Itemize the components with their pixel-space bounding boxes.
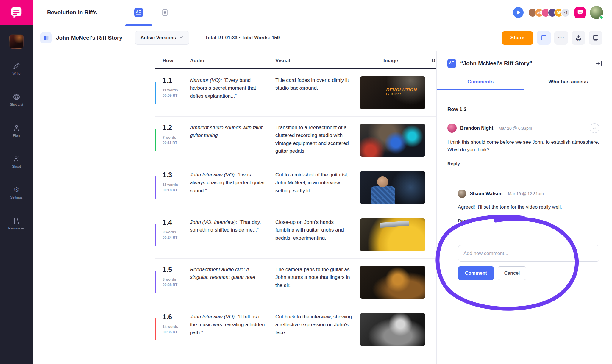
app-logo-button[interactable] xyxy=(0,0,33,25)
row-runtime: 00:05 RT xyxy=(163,93,190,98)
present-icon xyxy=(592,34,599,41)
table-row[interactable]: 1.3 11 words 00:18 RT John Interview (VO… xyxy=(155,164,436,211)
sidebar-item-shoot[interactable]: Shoot xyxy=(0,155,33,168)
script-stats: Total RT 01:33 • Total Words: 159 xyxy=(205,35,280,40)
tab-who-has-access[interactable]: Who has access xyxy=(524,74,612,90)
table-row[interactable]: 1.4 9 words 00:24 RT John (VO, interview… xyxy=(155,211,436,259)
sidebar-item-shot-list[interactable]: Shot List xyxy=(0,93,33,106)
sidebar-item-label: Resources xyxy=(8,226,25,230)
comment-timestamp: Mar 20 @ 6:33pm xyxy=(499,126,532,131)
tab-comments[interactable]: Comments xyxy=(437,74,524,90)
more-icon: ⋯ xyxy=(558,34,565,42)
tab-document[interactable] xyxy=(152,0,178,25)
row-word-count: 14 words xyxy=(163,325,190,329)
chat-logo-icon xyxy=(577,9,583,16)
document-title[interactable]: John McNeel's Riff Story xyxy=(56,35,122,41)
table-row[interactable]: 1.2 7 words 00:11 RT Ambient studio soun… xyxy=(155,117,436,164)
director-icon xyxy=(13,155,20,163)
pdf-export-icon: PDF xyxy=(575,34,582,41)
header-audio: Audio xyxy=(190,58,275,64)
row-word-count: 11 words xyxy=(163,88,190,92)
document-toolbar: John McNeel's Riff Story Active Versions… xyxy=(33,26,612,50)
shelf-icon xyxy=(13,217,20,224)
audio-cue: John Interview (VO): xyxy=(190,172,236,178)
thumbnail-image[interactable] xyxy=(360,266,425,299)
table-row[interactable]: 1.6 14 words 00:35 RT John Interview (VO… xyxy=(155,306,436,353)
avatar-overflow-count[interactable]: +4 xyxy=(561,8,570,17)
sidebar-item-label: Shoot xyxy=(12,165,21,168)
audio-cue: Reenactment audio cue: A singular, reson… xyxy=(190,267,255,280)
row-word-count: 7 words xyxy=(163,135,190,140)
audio-cell: Ambient studio sounds with faint guitar … xyxy=(190,124,275,157)
share-button[interactable]: Share xyxy=(502,31,533,45)
row-runtime: 00:28 RT xyxy=(163,283,190,287)
row-number: 1.5 xyxy=(163,266,190,274)
brand-button[interactable] xyxy=(574,7,586,18)
avatar xyxy=(447,124,457,133)
sidebar-item-settings[interactable]: ⚙ Settings xyxy=(0,186,33,199)
top-bar: Revolution in Riffs A AS RP +4 xyxy=(33,0,612,25)
row-color-bar xyxy=(155,129,156,151)
tab-av-script[interactable]: A xyxy=(125,0,152,25)
present-button[interactable] xyxy=(589,31,602,45)
thumbnail-image[interactable]: REVOLUTION IN RIFFS xyxy=(360,76,425,109)
comment-thread-row-label: Row 1.2 xyxy=(437,90,612,113)
svg-text:A: A xyxy=(136,10,138,13)
row-number: 1.2 xyxy=(163,124,190,132)
new-comment-input[interactable] xyxy=(458,245,599,262)
row-color-bar xyxy=(155,82,156,104)
thumbnail-image[interactable] xyxy=(360,124,425,157)
columns-icon-button[interactable] xyxy=(40,32,52,43)
versions-dropdown[interactable]: Active Versions xyxy=(135,31,189,45)
row-number: 1.3 xyxy=(163,171,190,179)
audio-cell: John Interview (VO): “It felt as if the … xyxy=(190,313,275,346)
resolve-comment-button[interactable] xyxy=(590,123,599,133)
panel-title: “John McNeel's Riff Story” xyxy=(460,60,532,67)
sidebar-item-resources[interactable]: Resources xyxy=(0,217,33,230)
submit-comment-button[interactable]: Comment xyxy=(458,266,494,280)
project-title: Revolution in Riffs xyxy=(47,9,97,16)
online-status-dot xyxy=(599,15,603,19)
sidebar-item-plan[interactable]: Plan xyxy=(0,124,33,137)
project-thumbnail[interactable] xyxy=(9,34,24,49)
avatar xyxy=(458,190,466,198)
audio-cell: John (VO, interview): “That day, somethi… xyxy=(190,218,275,251)
thumbnail-image[interactable] xyxy=(360,171,425,204)
table-row[interactable]: 1.1 11 words 00:05 RT Narrator (VO): “Ev… xyxy=(155,69,436,117)
comment: Brandon Night Mar 20 @ 6:33pm I think th… xyxy=(437,123,612,166)
reply-link[interactable]: Reply xyxy=(458,218,470,224)
user-avatar[interactable] xyxy=(590,6,603,19)
thumbnail-image[interactable] xyxy=(360,218,425,251)
check-icon xyxy=(592,126,597,131)
document-icon xyxy=(161,9,169,16)
play-button[interactable] xyxy=(513,7,524,18)
reply-link[interactable]: Reply xyxy=(447,161,460,166)
sidebar-item-write[interactable]: Write xyxy=(0,62,33,75)
header-row: Row xyxy=(155,58,190,64)
title-card-text: REVOLUTION IN RIFFS xyxy=(386,87,417,95)
av-script-icon: A xyxy=(134,8,143,17)
audio-cue: John (VO, interview): xyxy=(190,219,237,225)
pen-icon xyxy=(13,62,20,70)
thumbnail-image[interactable] xyxy=(360,313,425,346)
export-pdf-button[interactable]: PDF xyxy=(572,31,585,45)
row-color-bar xyxy=(155,224,156,246)
cancel-comment-button[interactable]: Cancel xyxy=(498,266,526,280)
row-color-bar xyxy=(155,318,156,340)
table-row[interactable]: 1.5 8 words 00:28 RT Reenactment audio c… xyxy=(155,259,436,306)
rail-nav: Write Shot List Plan Shoot ⚙ Settings Re… xyxy=(0,62,33,230)
notes-button[interactable] xyxy=(537,31,551,45)
audio-cell: Reenactment audio cue: A singular, reson… xyxy=(190,266,275,299)
chevron-down-icon xyxy=(179,35,184,41)
audio-cue: Narrator (VO): xyxy=(190,77,222,83)
row-number: 1.4 xyxy=(163,218,190,226)
audio-cue: John Interview (VO): xyxy=(190,314,236,320)
comment-text: Agreed! It'll set the tone for the video… xyxy=(458,203,599,211)
row-color-bar xyxy=(155,176,156,199)
versions-dropdown-label: Active Versions xyxy=(140,35,176,40)
divider xyxy=(197,33,197,42)
sidebar-item-label: Plan xyxy=(13,134,20,137)
collapse-panel-button[interactable] xyxy=(595,60,602,67)
aperture-icon xyxy=(13,93,20,101)
more-options-button[interactable]: ⋯ xyxy=(554,31,568,45)
